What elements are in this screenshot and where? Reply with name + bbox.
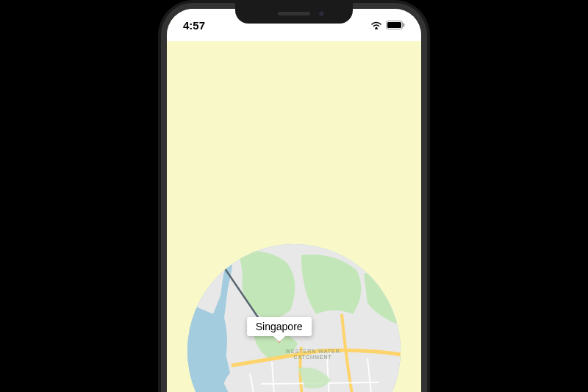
app-content: WESTERN WATERCATCHMENT PIONEER BOON LAY … bbox=[167, 41, 421, 392]
info-window-title: Singapore bbox=[256, 321, 303, 332]
phone-bezel: 4:57 bbox=[161, 3, 427, 392]
status-time: 4:57 bbox=[183, 19, 205, 32]
svg-rect-3 bbox=[404, 24, 405, 27]
wifi-icon bbox=[370, 21, 382, 29]
district-label-western: WESTERN WATERCATCHMENT bbox=[285, 349, 340, 361]
battery-icon bbox=[386, 21, 405, 29]
map-view[interactable]: WESTERN WATERCATCHMENT PIONEER BOON LAY … bbox=[187, 244, 401, 392]
map-info-window[interactable]: Singapore bbox=[247, 317, 312, 336]
svg-point-0 bbox=[376, 27, 378, 29]
phone-notch bbox=[235, 3, 353, 24]
phone-screen: 4:57 bbox=[167, 9, 421, 392]
speaker-grille bbox=[278, 12, 310, 15]
status-indicators bbox=[370, 21, 405, 29]
front-camera bbox=[318, 10, 325, 17]
svg-rect-2 bbox=[387, 22, 401, 28]
phone-device-frame: 4:57 bbox=[158, 0, 430, 392]
